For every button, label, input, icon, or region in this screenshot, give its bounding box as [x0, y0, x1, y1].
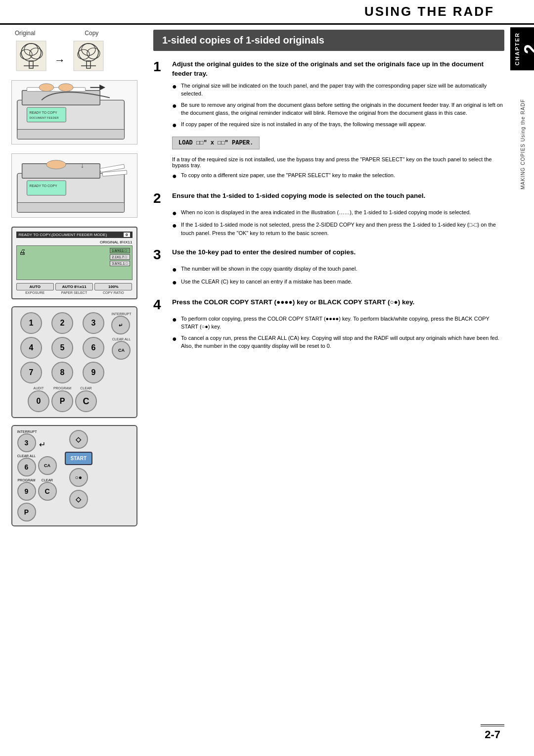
interrupt-label: INTERRUPT — [111, 312, 131, 316]
step-4: 4 Press the COLOR COPY START (●●●●) key … — [153, 298, 504, 350]
tree-row: → — [10, 39, 138, 73]
svg-rect-16 — [17, 129, 124, 139]
svg-text:READY TO COPY: READY TO COPY — [29, 111, 57, 114]
side-keys: INTERRUPT ↵ CLEAR ALL CA — [111, 312, 131, 412]
small-key-c2[interactable]: C — [38, 482, 57, 501]
side-label: MAKING COPIES Using the RADF — [520, 99, 534, 189]
program-label-2: PROGRAM — [17, 478, 36, 482]
chapter-number: 2 — [521, 32, 534, 65]
interrupt-label-2: INTERRUPT — [17, 430, 37, 433]
svg-rect-31 — [27, 181, 66, 195]
orig-copy-section: Original Copy → — [10, 30, 138, 73]
control-panel-illustration: READY TO COPY.(DOCUMENT FEEDER MODE) 0 O… — [11, 227, 137, 299]
step-3-bullet-1: ● The number will be shown in the copy q… — [172, 265, 504, 274]
original-tree-icon — [14, 39, 48, 73]
left-column: Original Copy → — [0, 25, 143, 531]
orig-copy-labels: Original Copy — [10, 30, 138, 37]
main-layout: Original Copy → — [0, 25, 534, 531]
step-1-extra-bullet: ● To copy onto a different size paper, u… — [172, 171, 504, 181]
small-key-circle[interactable]: ○● — [69, 468, 88, 487]
chapter-tab: CHAPTER 2 — [510, 27, 534, 70]
key-interrupt[interactable]: ↵ — [111, 316, 130, 334]
chapter-label: CHAPTER — [514, 32, 520, 65]
load-message-box: LOAD □□" x □□" PAPER. — [172, 133, 504, 153]
arrow-icon: → — [54, 54, 65, 67]
key-9[interactable]: 9 — [83, 362, 104, 383]
clear-all-label-2: CLEAR ALL — [17, 454, 36, 458]
page-footer: 2-7 — [481, 724, 504, 741]
step-1-bullet-2: ● Be sure to remove any original from th… — [172, 101, 504, 117]
section-heading: 1-sided copies of 1-sided originals — [153, 30, 504, 51]
page-title: USING THE RADF — [364, 4, 494, 19]
svg-text:↓: ↓ — [80, 161, 84, 169]
panel-status-bar: READY TO COPY.(DOCUMENT FEEDER MODE) 0 — [16, 232, 133, 238]
step-1-number: 1 — [153, 60, 167, 79]
clear-label: CLEAR — [75, 386, 97, 390]
key-7[interactable]: 7 — [20, 362, 42, 383]
step-1-extra-text: If a tray of the required size is not in… — [172, 156, 504, 168]
audit-label: AUDIT — [28, 386, 49, 390]
step-4-title: Press the COLOR COPY START (●●●●) key or… — [172, 298, 414, 312]
svg-text:DOCUMENT FEEDER: DOCUMENT FEEDER — [29, 116, 58, 119]
small-key-diamond1[interactable]: ◇ — [69, 430, 88, 449]
svg-rect-21 — [27, 107, 66, 122]
small-key-p[interactable]: P — [17, 503, 36, 521]
copy-tree-icon — [71, 39, 106, 73]
small-key-6[interactable]: 6 — [17, 458, 36, 476]
panel-buttons: AUTO EXPOSURE AUTO 8½x11 PAPER SELECT 10… — [16, 283, 133, 294]
key-3[interactable]: 3 — [83, 312, 104, 334]
key-zero[interactable]: 0 — [28, 390, 49, 412]
key-6[interactable]: 6 — [83, 337, 104, 359]
original-label: Original — [15, 30, 35, 37]
small-key-ca[interactable]: CA — [38, 456, 57, 475]
small-key-diamond2[interactable]: ◇ — [69, 490, 88, 509]
step-2-bullet-1: ● When no icon is displayed in the area … — [172, 208, 504, 218]
panel-paper-select-btn[interactable]: AUTO 8½x11 — [55, 283, 93, 290]
step-2-bullet-2: ● If the 1-sided to 1-sided mode is not … — [172, 221, 504, 237]
clear-label-2: CLEAR — [38, 478, 57, 482]
svg-point-29 — [46, 160, 65, 169]
key-p[interactable]: P — [51, 390, 73, 412]
key-1[interactable]: 1 — [20, 312, 42, 334]
step-2-title: Ensure that the 1-sided to 1-sided copyi… — [172, 191, 425, 205]
step-4-bullet-2: ● To cancel a copy run, press the CLEAR … — [172, 334, 504, 350]
step-3-bullet-2: ● Use the CLEAR (C) key to cancel an ent… — [172, 278, 504, 287]
small-keypad-panel: INTERRUPT 3 ↵ CLEAR ALL 6 CA — [11, 425, 137, 526]
key-8[interactable]: 8 — [51, 362, 73, 383]
start-button[interactable]: START — [65, 452, 93, 465]
panel-exposure-btn[interactable]: AUTO — [16, 283, 54, 290]
step-3-title: Use the 10-key pad to enter the desired … — [172, 248, 356, 262]
key-2[interactable]: 2 — [51, 312, 73, 334]
step-3: 3 Use the 10-key pad to enter the desire… — [153, 248, 504, 286]
return-icon: ↵ — [39, 440, 45, 449]
step-2-number: 2 — [153, 191, 167, 205]
key-4[interactable]: 4 — [20, 337, 42, 359]
program-label-bottom: PROGRAM — [51, 386, 73, 390]
svg-text:READY TO COPY: READY TO COPY — [29, 184, 57, 188]
numkey-grid: 1 2 3 4 5 — [17, 312, 108, 383]
copier-illustration-2: ↓ READY TO COPY — [11, 153, 137, 220]
svg-point-18 — [39, 84, 54, 92]
panel-copy-ratio-btn[interactable]: 100% — [94, 283, 132, 290]
svg-point-19 — [58, 84, 73, 92]
key-5[interactable]: 5 — [51, 337, 73, 359]
step-1-bullet-1: ● The original size will be indicated on… — [172, 82, 504, 98]
step-3-number: 3 — [153, 248, 167, 262]
step-2: 2 Ensure that the 1-sided to 1-sided cop… — [153, 191, 504, 237]
step-4-number: 4 — [153, 298, 167, 312]
clear-all-label: CLEAR ALL — [112, 337, 131, 341]
panel-display: 🖨 1.8/X11 □ 2.1X1.7 □ 3.8/X1.1 □ — [16, 245, 133, 280]
small-key-9[interactable]: 9 — [17, 482, 36, 501]
copier-illustration-1: READY TO COPY DOCUMENT FEEDER — [11, 80, 137, 146]
svg-rect-17 — [27, 88, 85, 92]
step-4-bullet-1: ● To perform color copying, press the CO… — [172, 315, 504, 331]
step-1-title: Adjust the original guides to the size o… — [172, 60, 504, 79]
svg-rect-26 — [17, 202, 124, 212]
small-key-3[interactable]: 3 — [17, 433, 36, 452]
top-header: USING THE RADF — [0, 0, 534, 25]
keypad-panel: 1 2 3 4 5 — [11, 306, 137, 418]
key-clear-all[interactable]: CA — [112, 341, 131, 360]
step-1-bullet-3: ● If copy paper of the required size is … — [172, 120, 504, 130]
key-clear[interactable]: C — [75, 390, 97, 412]
right-column: 1-sided copies of 1-sided originals 1 Ad… — [143, 25, 534, 531]
